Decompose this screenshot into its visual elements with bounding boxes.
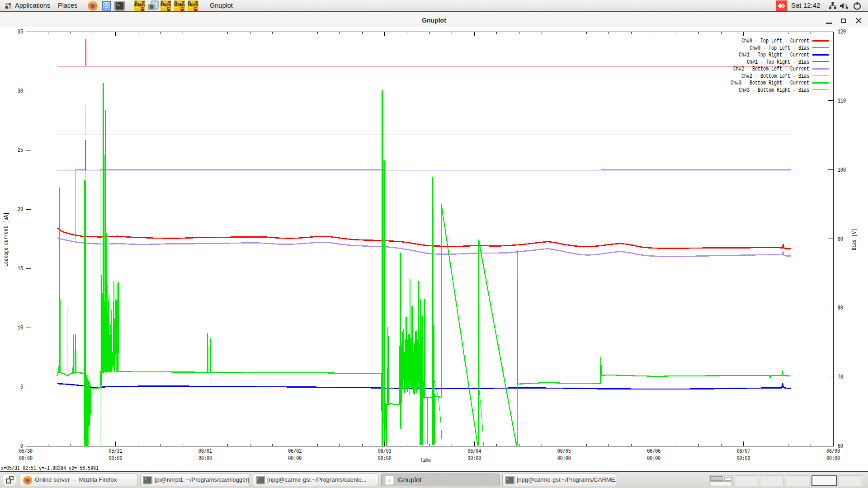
svg-text:00:00: 00:00 (108, 455, 122, 462)
svg-text:25: 25 (18, 147, 23, 154)
svg-text:06/05: 06/05 (557, 448, 571, 455)
svg-text:06/02: 06/02 (288, 448, 302, 455)
svg-text:00:00: 00:00 (467, 455, 481, 462)
svg-text:Bias [V]: Bias [V] (851, 229, 858, 250)
svg-text:06/03: 06/03 (378, 448, 392, 455)
svg-text:15: 15 (18, 266, 23, 272)
svg-text:05/30: 05/30 (19, 448, 33, 455)
svg-text:120: 120 (838, 29, 846, 35)
svg-text:80: 80 (838, 305, 843, 311)
svg-text:00:00: 00:00 (647, 455, 660, 462)
svg-text:00:00: 00:00 (737, 455, 750, 462)
svg-text:00:00: 00:00 (198, 455, 212, 462)
svg-text:20: 20 (18, 206, 23, 213)
svg-text:Leakage current [uA]: Leakage current [uA] (3, 212, 9, 267)
svg-text:Midas: Midas (160, 3, 171, 7)
svg-text:06/06: 06/06 (647, 448, 660, 455)
svg-text:Midas: Midas (134, 3, 145, 7)
svg-text:06/08: 06/08 (826, 448, 840, 455)
svg-text:Midas: Midas (188, 3, 198, 7)
svg-text:10: 10 (18, 325, 23, 331)
svg-text:Ch#3 - Bottom Right - Bias: Ch#3 - Bottom Right - Bias (739, 87, 809, 94)
svg-text:30: 30 (18, 88, 23, 94)
svg-text:06/04: 06/04 (467, 448, 481, 455)
svg-text:06/07: 06/07 (737, 448, 750, 455)
svg-text:Ch#2 - Bottom Left - Bias: Ch#2 - Bottom Left - Bias (741, 73, 809, 80)
svg-text:Ch#0 - Top Left - Current: Ch#0 - Top Left - Current (741, 38, 809, 44)
svg-text:70: 70 (838, 374, 843, 380)
svg-text:06/01: 06/01 (198, 448, 212, 455)
svg-text:Time: Time (420, 457, 431, 464)
svg-text:00:00: 00:00 (288, 455, 302, 462)
svg-text:100: 100 (838, 167, 846, 174)
svg-text:Ch#3 - Bottom Right - Current: Ch#3 - Bottom Right - Current (731, 80, 809, 86)
svg-text:00:00: 00:00 (19, 455, 33, 462)
svg-text:05/31: 05/31 (108, 448, 122, 455)
svg-text:110: 110 (838, 98, 846, 104)
svg-text:Midas: Midas (174, 3, 185, 7)
svg-text:00:00: 00:00 (378, 455, 392, 462)
svg-text:Ch#1 - Top Right - Current: Ch#1 - Top Right - Current (739, 52, 809, 58)
svg-text:Ch#2 - Bottom Left - Current: Ch#2 - Bottom Left - Current (733, 66, 809, 72)
svg-text:Ch#1 - Top Right - Bias: Ch#1 - Top Right - Bias (747, 59, 809, 66)
svg-text:00:00: 00:00 (826, 455, 840, 462)
svg-text:5: 5 (20, 384, 23, 390)
svg-text:35: 35 (18, 29, 23, 35)
svg-text:90: 90 (838, 236, 843, 243)
svg-text:00:00: 00:00 (557, 455, 571, 462)
svg-text:Ch#0 - Top Left - Bias: Ch#0 - Top Left - Bias (750, 45, 809, 52)
